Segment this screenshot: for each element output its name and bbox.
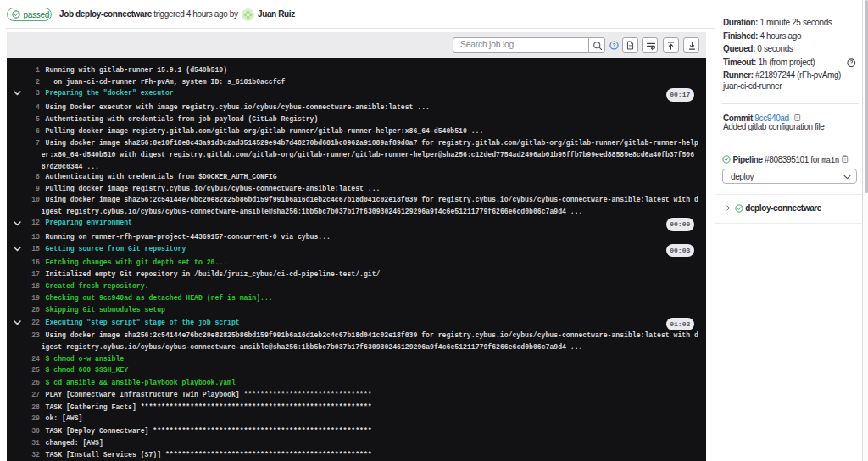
- svg-text:?: ?: [612, 42, 615, 48]
- svg-text:?: ?: [849, 59, 853, 65]
